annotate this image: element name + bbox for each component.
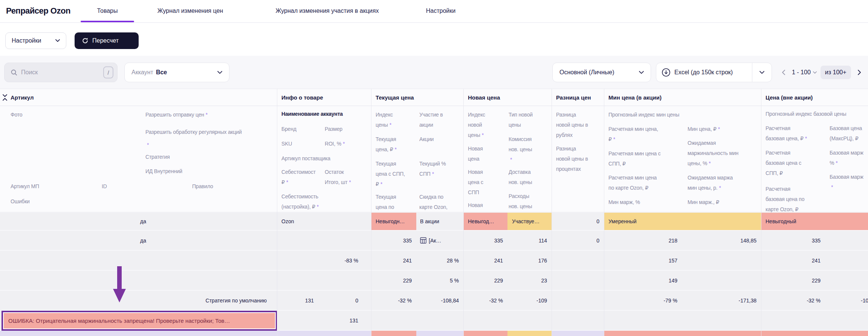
subheader-label: Расчетная мин цена (608, 175, 657, 180)
subheader-label: СПП (468, 190, 479, 195)
cell-promo-list[interactable]: [Ак… (416, 231, 463, 250)
settings-dropdown-label: Настройки (12, 37, 41, 44)
subheader-label: новой цены в (556, 122, 588, 127)
subheader-label: ₽* (376, 181, 382, 187)
cell-new-commission: 114 (507, 231, 552, 250)
subheader-label: Мин цена, ₽* (688, 126, 720, 132)
subheader-label: цена по (376, 204, 394, 210)
chevron-down-icon (217, 71, 222, 74)
subheader-label: SKU (281, 141, 292, 146)
status-badge-min-index (604, 331, 761, 336)
cell-stock: 0 (319, 291, 363, 310)
cell-calc-min-price-spp: 157 (604, 251, 682, 270)
subheader-label: Правило (192, 184, 213, 189)
subheader-label: Текущая (376, 194, 396, 199)
subheader-label: Текущий % (419, 161, 446, 166)
cell-allow-promo: да (75, 231, 151, 250)
subheader-label: базовая цена по (766, 196, 804, 202)
cell-current-margin-pct: -32 % (371, 291, 416, 310)
cell-calc-base-price: 335 (761, 231, 825, 250)
account-select[interactable]: АккаунтВсе (124, 63, 229, 82)
subheader-label: акции (419, 122, 433, 127)
table-subheader: Фото Разрешить отправку цен* Разрешить о… (0, 106, 868, 212)
subheader-label: Мин марж., ₽ (688, 199, 719, 205)
table-row-partial (0, 331, 868, 336)
column-group-new[interactable]: Новая цена (468, 89, 500, 106)
subheader-label: Индекс (468, 112, 485, 117)
settings-dropdown-button[interactable]: Настройки (5, 32, 66, 49)
pagination: 1 - 100 из 100+ (778, 63, 865, 82)
search-field[interactable]: / (4, 63, 118, 82)
search-icon (11, 69, 17, 76)
cell-current-price: 335 (371, 231, 416, 250)
table-group-header: Артикул Инфо о товаре Текущая цена Новая… (0, 89, 868, 106)
subheader-label: Базовая марж (830, 174, 863, 180)
subheader-label: Участие в (419, 112, 443, 117)
cell-diff-rub: 0 (552, 231, 604, 250)
chevron-right-icon[interactable] (855, 66, 865, 79)
subheader-label: Новая (468, 203, 483, 208)
page-range-value: 1 - 100 (792, 69, 811, 76)
subheader-label: цены (509, 122, 521, 127)
subheader-label: карте Ozon, ₽ (766, 207, 798, 212)
view-preset-value: Основной (Личные) (559, 69, 614, 76)
column-group-minprice[interactable]: Мин цена (в акции) (608, 89, 662, 106)
table-row-error: ОШИБКА: Отрицательная маржинальность зап… (0, 311, 868, 330)
column-group-baseprice[interactable]: Цена (вне акции) (766, 89, 813, 106)
cell-new-costs: 23 (507, 271, 552, 290)
tab-price-change-log[interactable]: Журнал изменения цен (143, 0, 237, 22)
filter-bar: / АккаунтВсе Основной (Личные) Excel (до… (0, 56, 868, 89)
subheader-label: Текущая (376, 161, 396, 166)
subheader-label: цена с (468, 180, 483, 185)
subheader-label: СПП, ₽ (608, 161, 626, 166)
cell-new-delivery: 176 (507, 251, 552, 270)
subheader-label: Стратегия (145, 154, 170, 160)
calculator-icon (420, 237, 426, 244)
status-badge-base-index: Невыгодный (761, 213, 868, 230)
cell-min-margin-rub: -171,38 (682, 291, 761, 310)
subheader-label: Разница (556, 146, 576, 151)
column-group-diff[interactable]: Разница цен (556, 89, 591, 106)
table-row: -83 % 241 28 % 241 176 157 241 (0, 251, 868, 270)
column-group-artikul[interactable]: Артикул (11, 89, 34, 106)
promo-list-label: [Ак… (429, 238, 441, 244)
cell-rule: Стратегия по умолчанию (151, 291, 271, 310)
subheader-baseprice: Прогнозный индекс базовой цены Расчетная… (761, 106, 868, 212)
view-preset-select[interactable]: Основной (Личные) (552, 63, 651, 82)
subheader-label: Разрешить обработку регулярных акций (145, 129, 242, 135)
column-divider (463, 89, 464, 336)
tab-promo-participation-log[interactable]: Журнал изменения участия в акциях (250, 0, 404, 22)
subheader-label: базовая цена с (766, 160, 801, 166)
chevron-down-icon (55, 39, 60, 42)
cell-new-price-spp: 241 (463, 251, 507, 270)
subheader-label: Прогнозный индекс мин цены (608, 112, 679, 117)
subheader-label: новой (468, 122, 482, 127)
cell-ozon-card-discount: 5 % (416, 271, 463, 290)
cell-current-price-card: 229 (371, 271, 416, 290)
download-icon (662, 68, 671, 77)
collapse-columns-icon[interactable] (2, 94, 8, 101)
cell-calc-base-price-card: 229 (761, 271, 825, 290)
subheader-label: нов. цены (509, 180, 532, 185)
subheader-label: по карте Ozon, ₽ (608, 185, 648, 190)
cell-calc-min-price: 218 (604, 231, 682, 250)
table-row: да 335 [Ак… 335 114 0 218 148,85 335 (0, 231, 868, 250)
recalculate-button[interactable]: Пересчет (75, 32, 139, 49)
cell-cost: 131 (277, 291, 318, 310)
subheader-label: Ожидаемая (688, 140, 716, 146)
tab-settings[interactable]: Настройки (414, 0, 467, 22)
column-group-info[interactable]: Инфо о товаре (281, 89, 323, 106)
subheader-label: Тип новой (509, 112, 533, 117)
tab-products[interactable]: Товары (81, 0, 134, 22)
chevron-left-icon[interactable] (778, 66, 788, 79)
excel-export-button[interactable]: Excel (до 150к строк) (656, 63, 752, 82)
column-group-current[interactable]: Текущая цена (376, 89, 414, 106)
subheader-label: Себестоимость (281, 194, 318, 199)
status-badge-new-price-type (507, 331, 552, 336)
excel-export-options-chevron[interactable] (752, 63, 772, 82)
topbar: Репрайсер Ozon Товары Журнал изменения ц… (0, 0, 868, 23)
subheader-label: Ожидаемая маржа (688, 175, 733, 180)
search-input[interactable] (21, 69, 99, 76)
subheader-label: Себестоимост (281, 169, 316, 175)
page-range-select[interactable]: 1 - 100 (792, 69, 817, 76)
